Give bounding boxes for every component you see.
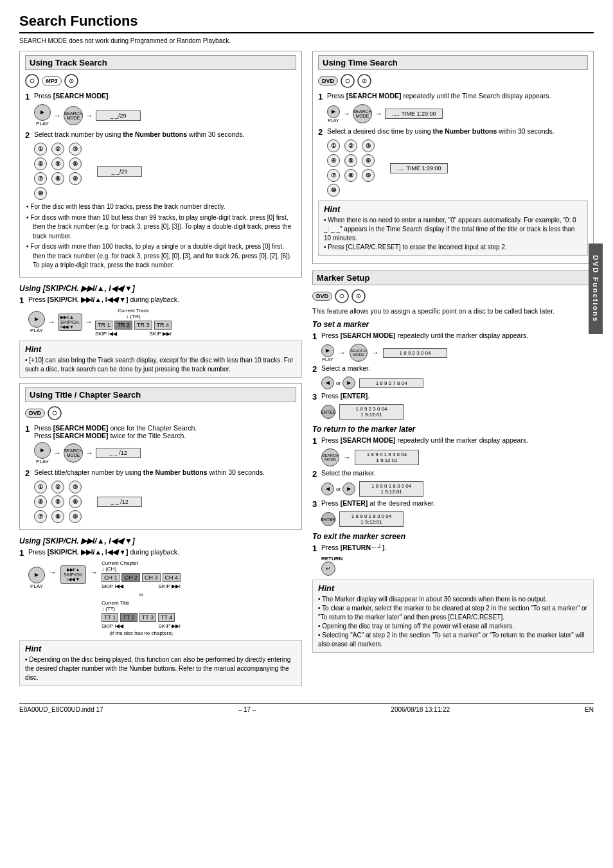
return-btn: ↵	[321, 562, 335, 576]
track-bullet-2: For discs with more than 10 but less tha…	[26, 213, 296, 242]
skip-track-hint-text: • [+10] can also bring the Track search …	[25, 356, 296, 374]
track-search-media-icons: MP3	[25, 74, 296, 88]
skip-back-dvd: SKIP I◀◀	[102, 583, 124, 589]
tt4: TT 4	[158, 613, 175, 622]
svg-point-12	[335, 290, 348, 303]
sm-display2: 1 8 9 2 7 8 04	[359, 378, 423, 388]
mp3-badge: MP3	[42, 76, 62, 85]
ts-num-7: ⑦	[327, 169, 340, 182]
svg-point-6	[53, 411, 57, 415]
track-number-grid-container: ① ② ③ ④ ⑤ ⑥ ⑦ ⑧ ⑨ ⑩ _ _/29	[34, 143, 296, 200]
tc-num-5: ⑤	[51, 495, 64, 508]
track-display2: _ _/29	[97, 166, 142, 177]
time-number-grid-container: ① ② ③ ④ ⑤ ⑥ ⑦ ⑧ ⑨ ⑩ ..... TIME 1:29:00	[327, 139, 588, 197]
svg-point-16	[358, 296, 359, 297]
tc-num-8: ⑧	[51, 510, 64, 523]
play-icon2: ▶	[28, 311, 45, 328]
time-step1-diagram: ▶ PLAY → SEARCH MODE → ..... TIME 1:29:0…	[327, 104, 588, 123]
marker-hint-b1: • The Marker display will disappear in a…	[318, 595, 588, 604]
ch2: CH 2	[121, 573, 140, 582]
sm-step3-content: Press [ENTER].	[321, 392, 594, 400]
tc-step1-num: 1	[25, 424, 34, 434]
sm-step2-content: Select a marker.	[321, 364, 594, 372]
time-step2: 2 Select a desired disc time by using th…	[318, 127, 588, 137]
rm-step1-num: 1	[312, 436, 321, 446]
return-marker-step3: 3 Press [ENTER] at the desired marker.	[312, 499, 594, 509]
play-icon3: ▶	[34, 442, 51, 459]
time-search-media: DVD	[318, 74, 588, 88]
sm-step1-content: Press [SEARCH MODE] repeatedly until the…	[321, 332, 594, 339]
skip-ch-dvd-section: Using [SKIP/CH. ▶▶I/▲, I◀◀/▼] 1 Press [S…	[19, 536, 302, 686]
skip-dvd-step1: 1 Press [SKIP/CH. ▶▶I/▲, I◀◀/▼] during p…	[19, 548, 302, 558]
left-arrow-btn: ◄	[321, 376, 334, 389]
step2-content: Select track number by using the Number …	[34, 130, 296, 138]
num-8: ⑧	[51, 172, 64, 185]
tc-num-1: ①	[34, 481, 47, 493]
set-marker-step2: 2 Select a marker.	[312, 364, 594, 374]
footer-date: 2006/08/18 13:11:22	[391, 706, 450, 713]
tc-number-grid-container: ① ② ③ ④ ⑤ ⑥ ⑦ ⑧ ⑨ _ _ /12	[34, 481, 296, 523]
tr1: TR 1	[95, 321, 113, 330]
marker-description: This feature allows you to assign a spec…	[312, 307, 594, 315]
skip-dvd-hint-title: Hint	[25, 644, 296, 653]
skip-back-tt: SKIP I◀◀	[102, 623, 124, 629]
time-search-title: Using Time Search	[318, 55, 588, 70]
cd-disc-icon	[25, 74, 39, 88]
page-footer: E8A00UD_E8C00UD.indd 17 – 17 – 2006/08/1…	[19, 703, 594, 713]
footer-right: EN	[585, 706, 594, 713]
tt3: TT 3	[139, 613, 156, 622]
skip-dvd-hint-text: • Depending on the disc being played, th…	[25, 655, 296, 682]
ts-num-2: ②	[344, 139, 357, 152]
svg-point-7	[341, 75, 354, 87]
title-chapter-section: Using Title / Chapter Search DVD 1 Press…	[19, 383, 302, 530]
track-search-bullets: For the disc with less than 10 tracks, p…	[25, 202, 296, 270]
marker-setup-title: Marker Setup	[312, 270, 594, 285]
marker-hint-b4: • Selecting "AC" at step 2 in the sectio…	[318, 631, 588, 649]
marker-hint-b2: • To clear a marker, select the marker t…	[318, 604, 588, 622]
exit-marker-diagram: RETURN ↵	[321, 556, 594, 576]
tr2-active: TR 2	[114, 321, 132, 330]
svg-point-0	[26, 75, 39, 87]
sm-display1: 1 8 9 2 3 0 04	[383, 348, 447, 358]
tc-num-6: ⑥	[69, 495, 82, 508]
play-icon: ▶	[34, 104, 51, 121]
return-marker-subsection: To return to the marker later 1 Press [S…	[312, 425, 594, 527]
tt2: TT 2	[120, 613, 137, 622]
footer-center: – 17 –	[238, 706, 256, 713]
tc-display2: _ _ /12	[97, 497, 142, 507]
svg-point-5	[48, 407, 61, 420]
time-step2-num: 2	[318, 127, 327, 137]
marker-setup-section: Marker Setup DVD This feature allows you…	[312, 270, 594, 653]
ch4: CH 4	[163, 573, 181, 582]
rm-step3-num: 3	[312, 499, 321, 509]
ts-num-6: ⑥	[362, 154, 375, 167]
left-arrow-btn2: ◄	[321, 483, 334, 495]
play-btn-ts: ▶ PLAY	[327, 105, 340, 123]
track-bullet-3: For discs with more than 100 tracks, to …	[26, 242, 296, 270]
track-search-title: Using Track Search	[25, 55, 296, 70]
tc-num-4: ④	[34, 495, 47, 508]
return-marker-step1: 1 Press [SEARCH MODE] repeatedly until t…	[312, 436, 594, 446]
ts-num-9: ⑨	[362, 169, 375, 182]
no-chapters-note: (If the disc has no chapters)	[102, 630, 181, 636]
time-search-hint-title: Hint	[324, 204, 582, 214]
search-mode-icon: SEARCH MODE	[64, 106, 83, 125]
skip-dvd-step1-num: 1	[19, 548, 28, 558]
time-display1: ..... TIME 1:29:00	[385, 109, 443, 119]
return-marker-step2: 2 Select the marker.	[312, 469, 594, 479]
cd-icon-ts	[341, 74, 355, 88]
skip-back-label: SKIP I◀◀	[95, 331, 118, 337]
skip-track-hint-bullet-1: • [+10] can also bring the Track search …	[25, 356, 296, 374]
marker-hint-title: Hint	[318, 583, 588, 593]
sm-step1-diagram: ▶ PLAY → SEARCH MODE → 1 8 9 2 3 0 04	[321, 344, 594, 362]
num-4: ④	[34, 157, 47, 170]
time-step1-content: Press [SEARCH MODE] repeatedly until the…	[327, 92, 588, 100]
tc-num-7: ⑦	[34, 510, 47, 523]
tc-step1-diagram: ▶ PLAY → SEARCH MODE → _ _ /12	[34, 442, 296, 465]
tt1: TT 1	[102, 613, 118, 622]
sm-step2-diagram: ◄ or ► 1 8 9 2 7 8 04	[321, 376, 594, 389]
enter-btn-sm: ENTER	[321, 405, 335, 419]
time-step1-num: 1	[318, 92, 327, 102]
disc-icon-ts	[357, 74, 371, 88]
time-step1: 1 Press [SEARCH MODE] repeatedly until t…	[318, 92, 588, 102]
